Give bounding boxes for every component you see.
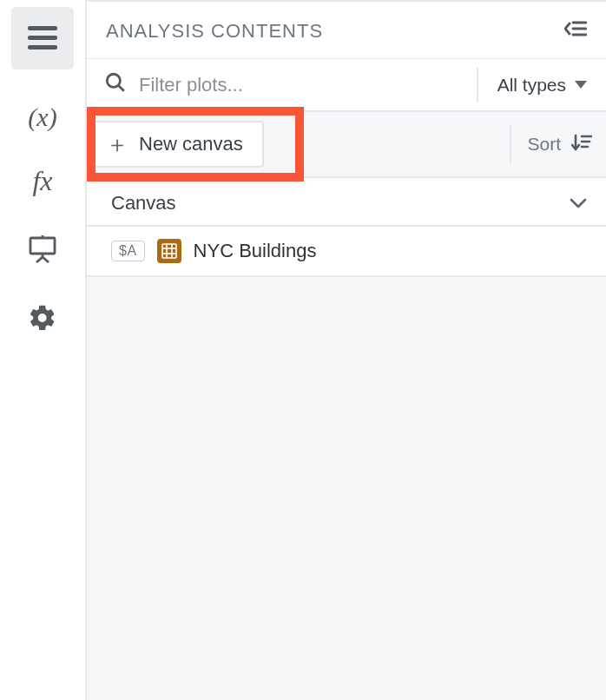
panel-header: ANALYSIS CONTENTS: [87, 2, 606, 58]
new-canvas-button[interactable]: ＋ New canvas: [92, 121, 264, 168]
svg-rect-2: [28, 45, 57, 50]
svg-rect-17: [162, 244, 176, 258]
empty-area: [87, 277, 606, 700]
spreadsheet-icon: [157, 239, 181, 263]
type-filter-select[interactable]: All types: [477, 68, 587, 102]
caret-down-icon: [575, 81, 587, 89]
toolbar-row: ＋ New canvas Sort: [87, 112, 606, 178]
svg-line-7: [43, 257, 49, 262]
chevron-down-icon: [570, 194, 587, 214]
search-wrap: [104, 71, 477, 98]
settings-icon[interactable]: [24, 300, 61, 336]
variable-badge: $A: [111, 241, 145, 261]
canvas-item-name: NYC Buildings: [194, 240, 317, 262]
collapse-panel-icon[interactable]: [564, 19, 587, 43]
sort-label: Sort: [527, 134, 561, 155]
search-icon: [104, 71, 127, 98]
hamburger-icon: [28, 26, 57, 50]
plus-icon: ＋: [106, 129, 128, 160]
svg-point-11: [107, 74, 120, 87]
canvas-section-header[interactable]: Canvas: [87, 178, 606, 227]
left-icon-rail: (x) fx: [0, 0, 85, 700]
svg-rect-3: [30, 238, 55, 254]
function-icon[interactable]: fx: [32, 165, 52, 197]
section-title: Canvas: [111, 192, 176, 215]
variables-icon[interactable]: (x): [28, 102, 56, 132]
presentation-icon[interactable]: [24, 230, 61, 267]
sort-icon: [571, 133, 592, 156]
filter-row: All types: [87, 58, 606, 112]
canvas-item[interactable]: $A NYC Buildings: [87, 227, 606, 277]
svg-line-12: [118, 85, 124, 91]
svg-rect-1: [28, 36, 57, 40]
sort-button[interactable]: Sort: [510, 125, 592, 163]
new-canvas-label: New canvas: [139, 133, 243, 155]
panel-title: ANALYSIS CONTENTS: [106, 20, 323, 43]
svg-rect-0: [28, 26, 57, 30]
analysis-contents-panel: ANALYSIS CONTENTS All types: [85, 0, 606, 700]
svg-line-6: [36, 257, 43, 262]
type-filter-label: All types: [497, 75, 566, 96]
menu-button[interactable]: [11, 7, 74, 69]
filter-input[interactable]: [139, 74, 477, 96]
